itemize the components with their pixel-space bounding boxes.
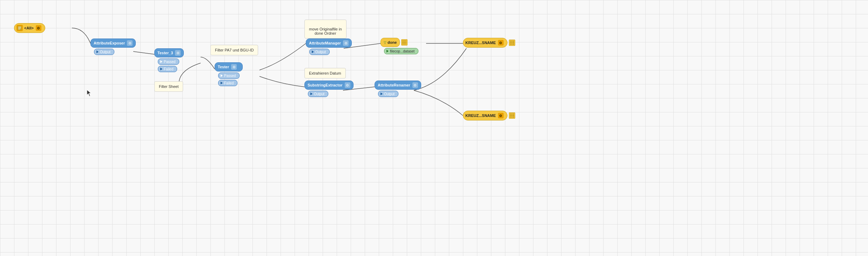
kreuz2-writer-node[interactable]: KREUZ...SNAME ⚙	[463, 111, 515, 120]
tester-passed-port[interactable]: Passed	[218, 72, 240, 79]
done-filecopy-port[interactable]: filecop...dataset	[384, 48, 418, 54]
tester3-label: Tester_3	[157, 51, 173, 55]
attribute-renamer-output-port[interactable]: Output	[378, 91, 398, 97]
attribute-exposer-node[interactable]: AttributeExposer ⚙ Output	[90, 39, 136, 55]
attribute-exposer-gear[interactable]: ⚙	[127, 40, 133, 46]
kreuz1-grid-icon	[509, 40, 515, 46]
attribute-renamer-gear[interactable]: ⚙	[412, 82, 418, 88]
filter-sheet-note: Filter Sheet	[154, 81, 183, 92]
svg-marker-4	[87, 90, 91, 96]
tester-label: Tester	[218, 65, 229, 69]
attribute-manager-gear[interactable]: ⚙	[343, 40, 349, 46]
tester3-failed-port[interactable]: Failed	[158, 66, 177, 72]
kreuz2-label: KREUZ...SNAME	[465, 113, 496, 118]
mouse-cursor	[87, 90, 91, 96]
substring-extractor-gear[interactable]: ⚙	[345, 82, 350, 88]
extrahieren-note: Extrahieren Datum	[304, 68, 346, 78]
substring-extractor-label: SubstringExtractor	[308, 83, 343, 87]
source-reader-node[interactable]: <All> ⚙	[14, 23, 45, 33]
attribute-exposer-output-port[interactable]: Output	[94, 49, 114, 55]
attribute-manager-label: AttributeManager	[309, 41, 341, 45]
attribute-renamer-node[interactable]: AttributeRenamer ⚙ Output	[375, 81, 421, 97]
substring-extractor-output-port[interactable]: Output	[308, 91, 328, 97]
kreuz1-writer-node[interactable]: KREUZ...SNAME ⚙	[463, 38, 515, 48]
kreuz2-grid-icon	[509, 112, 515, 119]
filter-sheet-label: Filter Sheet	[159, 84, 179, 89]
done-label: done	[388, 40, 397, 44]
extrahieren-label: Extrahieren Datum	[309, 71, 341, 75]
move-note-label: move Originalfile in done Ordner	[309, 27, 342, 35]
tester-failed-port[interactable]: Failed	[218, 80, 237, 86]
reader-icon	[16, 25, 23, 31]
done-writer-node[interactable]: ▽ done filecop...dataset	[381, 38, 418, 54]
attribute-manager-output-port[interactable]: Output	[309, 49, 330, 55]
kreuz2-gear[interactable]: ⚙	[498, 113, 504, 118]
done-grid-icon	[401, 39, 408, 46]
tester3-gear[interactable]: ⚙	[175, 50, 181, 56]
substring-extractor-node[interactable]: SubstringExtractor ⚙ Output	[304, 81, 354, 97]
tester3-node[interactable]: Tester_3 ⚙ Passed Failed	[154, 48, 184, 72]
attribute-manager-node[interactable]: AttributeManager ⚙ Output	[306, 39, 352, 55]
tester3-passed-port[interactable]: Passed	[158, 58, 179, 65]
source-label: <All>	[24, 26, 34, 30]
move-note: move Originalfile in done Ordner	[304, 20, 346, 39]
tester-gear[interactable]: ⚙	[231, 64, 237, 70]
kreuz1-label: KREUZ...SNAME	[465, 41, 496, 45]
workflow-canvas[interactable]: <All> ⚙ AttributeExposer ⚙ Output Tester…	[0, 0, 868, 256]
filter-pa7-label: Filter PA7 und BGU-ID	[215, 48, 254, 52]
tester-node[interactable]: Tester ⚙ Passed Failed	[215, 62, 243, 86]
source-gear-button[interactable]: ⚙	[36, 25, 41, 31]
kreuz1-gear[interactable]: ⚙	[498, 40, 504, 46]
attribute-renamer-label: AttributeRenamer	[378, 83, 410, 87]
attribute-exposer-label: AttributeExposer	[94, 41, 125, 45]
filter-pa7-note: Filter PA7 und BGU-ID	[210, 45, 258, 55]
